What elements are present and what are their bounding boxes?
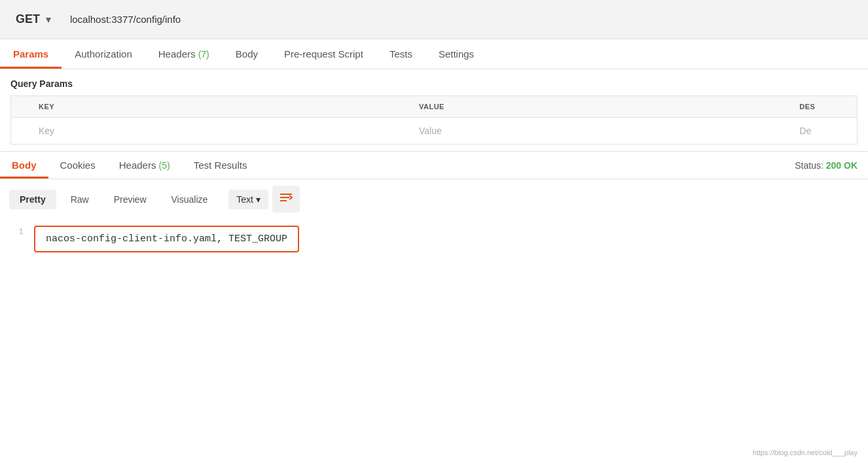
headers-badge: (7) [198,49,209,60]
view-preview-button[interactable]: Preview [103,190,157,209]
tab-authorization[interactable]: Authorization [62,39,145,69]
table-row: Key Value De [11,118,858,145]
col-header-checkbox [11,96,30,118]
tab-prerequest[interactable]: Pre-request Script [271,39,376,69]
key-input-cell[interactable]: Key [29,118,410,145]
method-label: GET [16,12,40,26]
view-visualize-button[interactable]: Visualize [161,190,219,209]
code-content-wrapper: nacos-config-client-info.yaml, TEST_GROU… [34,226,299,252]
tab-cookies[interactable]: Cookies [48,152,107,179]
value-input-cell[interactable]: Value [410,118,790,145]
view-raw-button[interactable]: Raw [60,190,99,209]
desc-input-cell[interactable]: De [790,118,857,145]
request-tabs: Params Authorization Headers (7) Body Pr… [0,39,868,69]
code-area: 1 nacos-config-client-info.yaml, TEST_GR… [0,219,868,259]
line-number: 1 [10,226,24,237]
footer-link: https://blog.csdn.net/cold___play [753,449,858,456]
code-line: 1 nacos-config-client-info.yaml, TEST_GR… [10,226,858,252]
tab-headers[interactable]: Headers (7) [145,39,223,69]
format-chevron-icon: ▾ [256,194,261,205]
code-text: nacos-config-client-info.yaml, TEST_GROU… [46,233,287,245]
response-controls: Pretty Raw Preview Visualize Text ▾ [0,179,868,219]
wrap-button[interactable] [272,186,300,213]
format-label: Text [236,194,253,205]
query-params-section: Query Params KEY VALUE DES Key Value De [0,69,868,145]
tab-settings[interactable]: Settings [425,39,487,69]
url-input[interactable] [61,7,860,31]
tab-params[interactable]: Params [0,39,62,69]
tab-tests[interactable]: Tests [376,39,425,69]
col-header-value: VALUE [410,96,790,118]
method-select[interactable]: GET ▼ [8,7,61,31]
tab-response-headers[interactable]: Headers (5) [107,152,182,179]
view-pretty-button[interactable]: Pretty [9,190,56,209]
col-header-desc: DES [790,96,857,118]
col-header-key: KEY [29,96,410,118]
response-headers-badge: (5) [159,160,170,171]
status-value: 200 OK [826,160,858,171]
tab-response-body[interactable]: Body [0,152,48,179]
tab-test-results[interactable]: Test Results [182,152,259,179]
wrap-icon [279,190,293,205]
format-select[interactable]: Text ▾ [228,190,268,209]
status-label: Status: [795,160,823,171]
params-table: KEY VALUE DES Key Value De [10,95,858,145]
row-checkbox [11,118,30,145]
status-info: Status: 200 OK [795,160,868,171]
tab-body[interactable]: Body [223,39,271,69]
url-bar: GET ▼ [0,0,868,39]
method-chevron-icon: ▼ [44,14,53,25]
query-params-label: Query Params [10,78,858,89]
response-tabs: Body Cookies Headers (5) Test Results St… [0,152,868,179]
